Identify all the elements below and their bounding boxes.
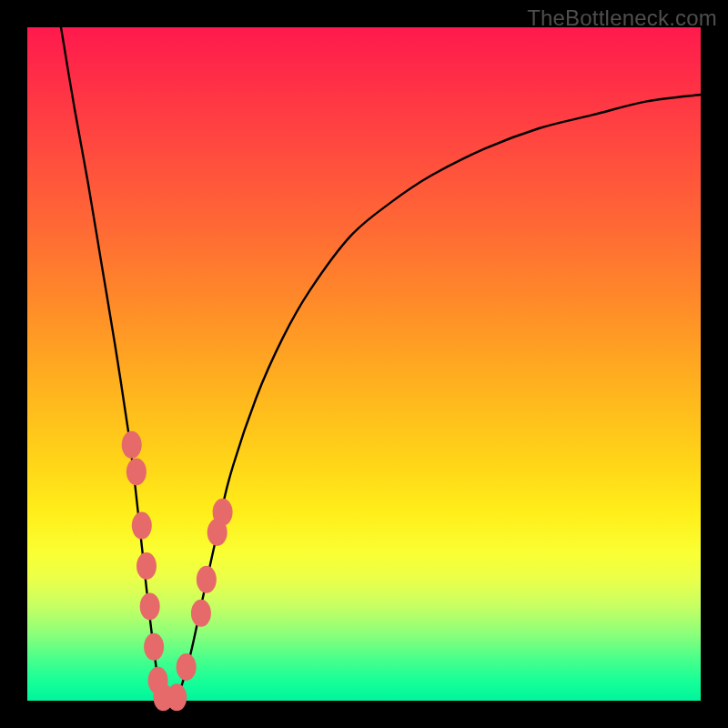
data-marker [197, 566, 217, 593]
chart-frame: TheBottleneck.com [0, 0, 728, 728]
plot-area [27, 27, 701, 701]
data-marker [136, 552, 157, 580]
data-marker [122, 431, 142, 459]
data-marker [140, 592, 160, 620]
data-marker [191, 600, 211, 627]
data-marker [167, 683, 187, 711]
data-marker [177, 653, 197, 681]
data-marker [132, 512, 152, 540]
data-marker [126, 458, 147, 485]
markers-group [122, 431, 233, 712]
chart-svg [27, 27, 701, 701]
data-marker [144, 633, 164, 661]
data-marker [213, 499, 233, 526]
